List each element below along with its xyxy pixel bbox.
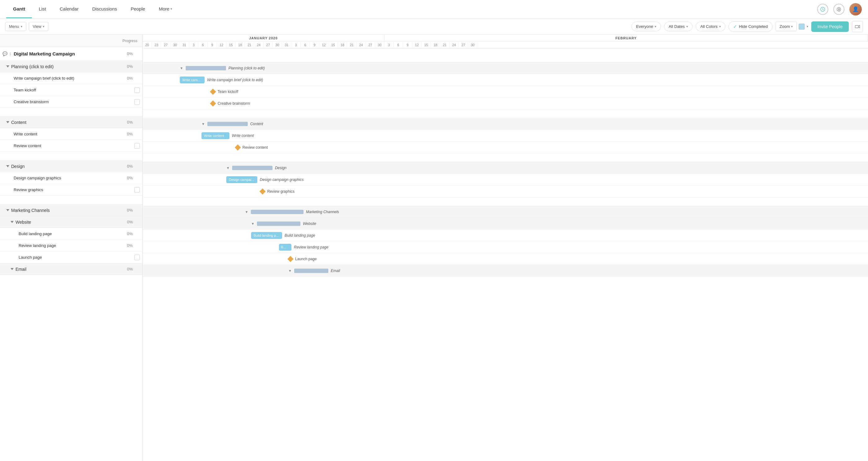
review-graphics-label: Review graphics (267, 189, 294, 194)
comment-icon[interactable]: 💬 (2, 52, 7, 56)
gantt-row-website: ▼ Website (143, 218, 868, 230)
zoom-chevron-icon: ▾ (791, 25, 793, 28)
table-row[interactable]: Review landing page 0% (0, 240, 142, 252)
table-row[interactable]: Write campaign brief (click to edit) 0% (0, 72, 142, 84)
zoom-label: Zoom (780, 24, 790, 29)
task-name-review-landing: Review landing page (19, 243, 118, 248)
month-january: JANUARY 2020 (143, 35, 384, 41)
tab-people[interactable]: People (124, 0, 152, 18)
group-name-email: Email (16, 267, 118, 272)
table-row[interactable]: Review content (0, 140, 142, 152)
month-february: FEBRUARY (384, 35, 868, 41)
check-icon: ✓ (733, 24, 737, 29)
tab-more[interactable]: More ▾ (152, 0, 179, 18)
task-checkbox-review-content[interactable] (134, 143, 140, 149)
table-row[interactable]: 💬 1 Digital Marketing Campaign 0% (0, 47, 142, 61)
collapse-planning-icon[interactable] (6, 65, 9, 68)
launch-page-label: Launch page (295, 257, 316, 261)
table-row[interactable]: Creative brainstorm (0, 96, 142, 108)
gantt-row-review-graphics: Review graphics (143, 186, 868, 197)
write-brief-bar: Write cam... (180, 76, 205, 83)
design-arrow: ▼ (226, 166, 230, 170)
tab-people-label: People (130, 6, 145, 11)
collapse-website-icon[interactable] (10, 221, 13, 223)
creative-brain-diamond (210, 100, 216, 106)
collapse-design-icon[interactable] (6, 165, 9, 167)
all-colors-filter[interactable]: All Colors ▾ (695, 22, 725, 31)
table-row[interactable]: Marketing Channels 0% (0, 204, 142, 216)
all-dates-chevron-icon: ▾ (686, 25, 688, 28)
table-row[interactable]: Review graphics (0, 184, 142, 196)
collapse-content-icon[interactable] (6, 121, 9, 123)
gantt-row-write-content: Write content Write content (143, 130, 868, 141)
task-checkbox-review-graphics[interactable] (134, 187, 140, 193)
website-arrow: ▼ (251, 222, 254, 226)
invite-people-button[interactable]: Invite People (811, 21, 849, 32)
video-button[interactable] (852, 21, 863, 32)
table-row[interactable]: Launch page (0, 252, 142, 263)
task-name-review-graphics: Review graphics (13, 188, 134, 192)
zoom-button[interactable]: Zoom ▾ (776, 22, 797, 31)
hide-completed-toggle[interactable]: ✓ Hide Completed (728, 21, 773, 32)
color-square-chevron[interactable]: ▾ (807, 25, 808, 28)
table-row[interactable]: Team kickoff (0, 84, 142, 96)
table-row[interactable]: Website 0% (0, 216, 142, 228)
marketing-bar (251, 210, 304, 214)
all-colors-chevron-icon: ▾ (719, 25, 721, 28)
avatar-image: 👤 (849, 3, 862, 15)
planning-bar (186, 66, 226, 70)
hide-completed-label: Hide Completed (739, 24, 768, 29)
group-name-marketing: Marketing Channels (11, 208, 118, 213)
table-row[interactable]: Write content 0% (0, 128, 142, 140)
all-dates-filter[interactable]: All Dates ▾ (664, 22, 692, 31)
task-checkbox-team-kickoff[interactable] (134, 87, 140, 93)
table-row[interactable]: Design 0% (0, 161, 142, 172)
gantt-spacer2 (143, 153, 868, 162)
menu-button[interactable]: Menu ▾ (5, 22, 26, 31)
gantt-row-build-landing: Build landing p... Build landing page (143, 230, 868, 241)
email-bar (294, 269, 328, 273)
group-progress-planning: 0% (118, 64, 142, 69)
gantt-header: JANUARY 2020 FEBRUARY 202327303136912151… (143, 35, 868, 48)
review-content-label: Review content (242, 145, 268, 150)
tab-list[interactable]: List (32, 0, 53, 18)
everyone-filter[interactable]: Everyone ▾ (631, 22, 661, 31)
tab-discussions[interactable]: Discussions (85, 0, 124, 18)
group-progress-design: 0% (118, 164, 142, 168)
group-progress-content: 0% (118, 120, 142, 125)
table-row[interactable]: Design campaign graphics 0% (0, 172, 142, 184)
spacer (0, 196, 142, 204)
task-name-write-brief: Write campaign brief (click to edit) (13, 76, 118, 80)
month-row: JANUARY 2020 FEBRUARY (143, 35, 868, 41)
task-checkbox-creative-brain[interactable] (134, 99, 140, 105)
group-progress-marketing: 0% (118, 208, 142, 212)
tab-calendar[interactable]: Calendar (53, 0, 86, 18)
collapse-marketing-icon[interactable] (6, 209, 9, 211)
table-row[interactable]: Build landing page 0% (0, 228, 142, 240)
gantt-row-planning: ▼ Planning (click to edit) (143, 62, 868, 74)
gantt-row-team-kickoff: Team kickoff (143, 86, 868, 98)
top-navigation: Gantt List Calendar Discussions People M… (0, 0, 868, 19)
gantt-spacer (143, 109, 868, 118)
task-checkbox-launch-page[interactable] (134, 255, 140, 260)
tab-gantt[interactable]: Gantt (6, 0, 32, 18)
task-progress-design-graphics: 0% (118, 176, 142, 180)
spacer (0, 108, 142, 117)
gantt-row-email: ▼ Email (143, 265, 868, 277)
table-row[interactable]: Planning (click to edit) 0% (0, 61, 142, 72)
gantt-row-creative-brain: Creative brainstorm (143, 98, 868, 109)
gantt-row-write-brief: Write cam... Write campaign brief (click… (143, 74, 868, 86)
tab-gantt-label: Gantt (13, 6, 25, 11)
gantt-row-design-graphics: Design campai... Design campaign graphic… (143, 174, 868, 186)
collapse-email-icon[interactable] (10, 268, 13, 270)
planning-arrow: ▼ (180, 66, 183, 70)
timer-button[interactable] (817, 4, 828, 15)
project-name: Digital Marketing Campaign (11, 51, 118, 56)
table-row[interactable]: Email 0% (0, 263, 142, 275)
zoom-area: Zoom ▾ ▾ (776, 22, 808, 31)
view-button[interactable]: View ▾ (29, 22, 49, 31)
help-button[interactable]: ? (833, 4, 844, 15)
write-content-label: Write content (232, 134, 254, 138)
user-avatar[interactable]: 👤 (849, 3, 862, 15)
table-row[interactable]: Content 0% (0, 117, 142, 128)
